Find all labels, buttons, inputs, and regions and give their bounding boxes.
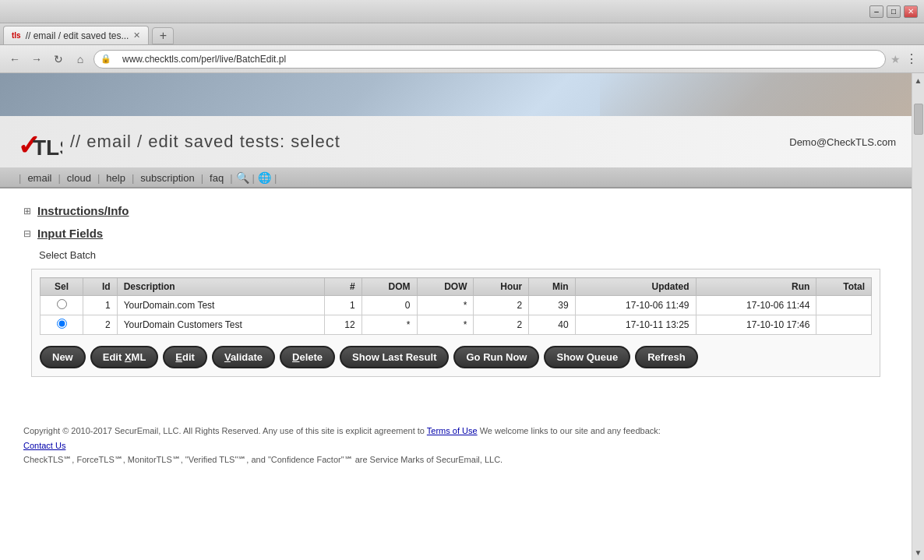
nav-subscription[interactable]: subscription bbox=[137, 172, 197, 184]
scroll-up-button[interactable]: ▲ bbox=[915, 73, 922, 88]
instructions-toggle[interactable]: ⊞ bbox=[23, 206, 31, 217]
nav-cloud[interactable]: cloud bbox=[64, 172, 94, 184]
forward-button[interactable]: → bbox=[28, 51, 45, 68]
row-min-cell: 40 bbox=[529, 315, 575, 335]
col-header-description: Description bbox=[117, 278, 324, 296]
footer-contact-line: Contact Us bbox=[23, 438, 888, 453]
col-header-run: Run bbox=[696, 278, 816, 296]
col-header-sel: Sel bbox=[41, 278, 83, 296]
row-hash-cell: 1 bbox=[324, 296, 361, 315]
reload-button[interactable]: ↻ bbox=[50, 51, 67, 68]
table-row: 2 YourDomain Customers Test 12 * * 2 40 … bbox=[41, 315, 872, 335]
col-header-dom: DOM bbox=[361, 278, 417, 296]
row-run-cell: 17-10-10 17:46 bbox=[696, 315, 816, 335]
row-dom-cell: 0 bbox=[361, 296, 417, 315]
close-button[interactable]: ✕ bbox=[904, 5, 918, 18]
instructions-section-header: ⊞ Instructions/Info bbox=[23, 204, 888, 217]
row-updated-cell: 17-10-06 11:49 bbox=[575, 296, 696, 315]
show-queue-button[interactable]: Show Queue bbox=[544, 346, 630, 368]
row-total-cell bbox=[816, 315, 872, 335]
active-tab[interactable]: tls // email / edit saved tes... ✕ bbox=[3, 26, 149, 44]
footer-trademarks: CheckTLS℠, ForceTLS℠, MonitorTLS℠, "Veri… bbox=[23, 453, 888, 467]
svg-text:TLS: TLS bbox=[33, 136, 62, 160]
site-header: ✓ TLS // email / edit saved tests: selec… bbox=[0, 116, 912, 168]
terms-of-use-link[interactable]: Terms of Use bbox=[427, 426, 478, 435]
nav-email[interactable]: email bbox=[24, 172, 55, 184]
col-header-min: Min bbox=[529, 278, 575, 296]
delete-button[interactable]: Delete bbox=[280, 346, 335, 368]
input-fields-section: ⊟ Input Fields Select Batch Sel Id Descr… bbox=[23, 227, 888, 377]
col-header-updated: Updated bbox=[575, 278, 696, 296]
page-main: ✓ TLS // email / edit saved tests: selec… bbox=[0, 73, 912, 560]
bookmark-icon[interactable]: ★ bbox=[890, 53, 901, 65]
row-radio[interactable] bbox=[57, 299, 67, 309]
row-hour-cell: 2 bbox=[474, 296, 529, 315]
row-description-cell: YourDomain.com Test bbox=[117, 296, 324, 315]
col-header-total: Total bbox=[816, 278, 872, 296]
refresh-button[interactable]: Refresh bbox=[635, 346, 697, 368]
url-input[interactable] bbox=[115, 50, 879, 69]
scrollbar: ▲ ▼ bbox=[912, 73, 924, 560]
scrollbar-thumb[interactable] bbox=[914, 104, 923, 135]
tab-close-button[interactable]: ✕ bbox=[133, 30, 140, 41]
action-buttons-row: New Edit XML Edit Validate bbox=[40, 346, 872, 368]
input-fields-title[interactable]: Input Fields bbox=[37, 227, 103, 240]
site-nav: | email | cloud | help | subscription | … bbox=[0, 168, 912, 188]
table-row: 1 YourDomain.com Test 1 0 * 2 39 17-10-0… bbox=[41, 296, 872, 315]
row-total-cell bbox=[816, 296, 872, 315]
select-batch-label: Select Batch bbox=[39, 249, 888, 261]
input-fields-section-header: ⊟ Input Fields bbox=[23, 227, 888, 240]
row-updated-cell: 17-10-11 13:25 bbox=[575, 315, 696, 335]
show-last-result-button[interactable]: Show Last Result bbox=[340, 346, 449, 368]
tab-favicon: tls bbox=[12, 31, 21, 40]
titlebar: – □ ✕ bbox=[0, 0, 924, 23]
edit-button[interactable]: Edit bbox=[163, 346, 207, 368]
new-button[interactable]: New bbox=[40, 346, 86, 368]
minimize-button[interactable]: – bbox=[869, 5, 883, 18]
footer-copyright-line: Copyright © 2010-2017 SecurEmail, LLC. A… bbox=[23, 424, 888, 438]
logo: ✓ TLS bbox=[16, 122, 62, 161]
nav-help[interactable]: help bbox=[103, 172, 129, 184]
window-controls: – □ ✕ bbox=[869, 5, 918, 18]
tab-title: // email / edit saved tes... bbox=[26, 30, 129, 41]
new-tab-button[interactable]: + bbox=[152, 27, 174, 44]
scroll-down-button[interactable]: ▼ bbox=[915, 545, 922, 560]
row-hour-cell: 2 bbox=[474, 315, 529, 335]
row-id-cell: 2 bbox=[83, 315, 118, 335]
tab-bar: tls // email / edit saved tes... ✕ + bbox=[0, 23, 924, 45]
back-button[interactable]: ← bbox=[6, 51, 23, 68]
nav-faq[interactable]: faq bbox=[206, 172, 227, 184]
instructions-title[interactable]: Instructions/Info bbox=[37, 204, 129, 217]
header-bg-strip bbox=[0, 73, 912, 116]
table-container: Sel Id Description # DOM DOW Hour Min Up… bbox=[31, 269, 880, 377]
row-radio[interactable] bbox=[57, 319, 67, 329]
row-dom-cell: * bbox=[361, 315, 417, 335]
input-fields-toggle[interactable]: ⊟ bbox=[23, 228, 31, 239]
menu-icon[interactable]: ⋮ bbox=[905, 51, 918, 66]
maximize-button[interactable]: □ bbox=[887, 5, 901, 18]
col-header-id: Id bbox=[83, 278, 118, 296]
home-button[interactable]: ⌂ bbox=[72, 51, 89, 68]
row-sel-cell bbox=[41, 296, 83, 315]
validate-button[interactable]: Validate bbox=[212, 346, 275, 368]
page-body: ⊞ Instructions/Info ⊟ Input Fields Selec… bbox=[0, 188, 912, 408]
edit-xml-button[interactable]: Edit XML bbox=[90, 346, 159, 368]
row-dow-cell: * bbox=[417, 296, 474, 315]
site-footer: Copyright © 2010-2017 SecurEmail, LLC. A… bbox=[0, 408, 912, 483]
address-bar: ← → ↻ ⌂ 🔒 ★ ⋮ bbox=[0, 45, 924, 73]
search-icon[interactable]: 🔍 bbox=[236, 171, 249, 184]
col-header-hash: # bbox=[324, 278, 361, 296]
batch-table: Sel Id Description # DOM DOW Hour Min Up… bbox=[40, 277, 872, 335]
globe-icon[interactable]: 🌐 bbox=[258, 171, 271, 184]
col-header-dow: DOW bbox=[417, 278, 474, 296]
logo-area: ✓ TLS // email / edit saved tests: selec… bbox=[16, 122, 340, 161]
row-id-cell: 1 bbox=[83, 296, 118, 315]
go-run-now-button[interactable]: Go Run Now bbox=[453, 346, 539, 368]
row-dow-cell: * bbox=[417, 315, 474, 335]
row-description-cell: YourDomain Customers Test bbox=[117, 315, 324, 335]
row-min-cell: 39 bbox=[529, 296, 575, 315]
contact-us-link[interactable]: Contact Us bbox=[23, 441, 65, 450]
page-content: ✓ TLS // email / edit saved tests: selec… bbox=[0, 73, 924, 560]
browser-frame: – □ ✕ tls // email / edit saved tes... ✕… bbox=[0, 0, 924, 560]
row-run-cell: 17-10-06 11:44 bbox=[696, 296, 816, 315]
